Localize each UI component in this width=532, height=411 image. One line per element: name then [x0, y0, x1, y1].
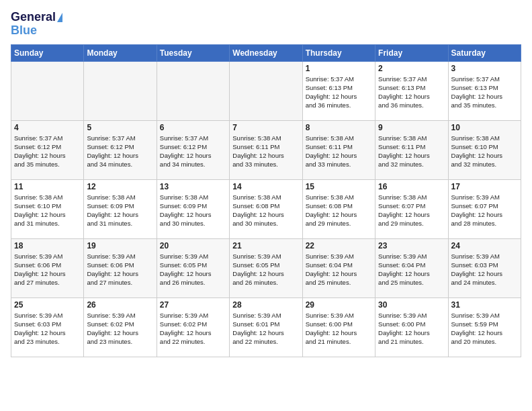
calendar-cell: 23Sunrise: 5:39 AM Sunset: 6:04 PM Dayli… — [375, 238, 448, 298]
calendar-cell — [84, 61, 157, 120]
calendar-cell: 16Sunrise: 5:38 AM Sunset: 6:07 PM Dayli… — [375, 179, 448, 238]
day-number: 21 — [232, 241, 299, 250]
calendar-cell: 19Sunrise: 5:39 AM Sunset: 6:06 PM Dayli… — [84, 238, 157, 298]
calendar-table: SundayMondayTuesdayWednesdayThursdayFrid… — [11, 44, 521, 357]
day-info: Sunrise: 5:38 AM Sunset: 6:08 PM Dayligh… — [306, 193, 372, 228]
day-info: Sunrise: 5:39 AM Sunset: 6:03 PM Dayligh… — [14, 311, 81, 347]
calendar-header-row: SundayMondayTuesdayWednesdayThursdayFrid… — [11, 44, 521, 61]
day-number: 2 — [378, 64, 445, 73]
calendar-cell: 24Sunrise: 5:39 AM Sunset: 6:03 PM Dayli… — [448, 238, 521, 298]
day-number: 29 — [306, 300, 372, 310]
day-info: Sunrise: 5:39 AM Sunset: 6:07 PM Dayligh… — [451, 193, 518, 228]
day-number: 7 — [232, 123, 299, 132]
calendar-week-row: 4Sunrise: 5:37 AM Sunset: 6:12 PM Daylig… — [11, 120, 521, 179]
logo-triangle-icon — [57, 13, 62, 22]
weekday-header-sunday: Sunday — [11, 44, 84, 61]
day-info: Sunrise: 5:38 AM Sunset: 6:07 PM Dayligh… — [378, 193, 445, 228]
calendar-cell: 29Sunrise: 5:39 AM Sunset: 6:00 PM Dayli… — [302, 298, 375, 357]
day-info: Sunrise: 5:39 AM Sunset: 6:06 PM Dayligh… — [14, 252, 81, 287]
day-number: 10 — [451, 123, 518, 132]
calendar-cell: 11Sunrise: 5:38 AM Sunset: 6:10 PM Dayli… — [11, 179, 84, 238]
day-info: Sunrise: 5:38 AM Sunset: 6:08 PM Dayligh… — [232, 193, 299, 228]
logo: General Blue — [11, 11, 62, 38]
day-number: 18 — [14, 241, 81, 250]
calendar-cell: 22Sunrise: 5:39 AM Sunset: 6:04 PM Dayli… — [302, 238, 375, 298]
day-info: Sunrise: 5:38 AM Sunset: 6:10 PM Dayligh… — [451, 134, 518, 169]
day-number: 15 — [306, 182, 372, 191]
calendar-cell: 25Sunrise: 5:39 AM Sunset: 6:03 PM Dayli… — [11, 298, 84, 357]
day-info: Sunrise: 5:39 AM Sunset: 6:04 PM Dayligh… — [378, 252, 445, 287]
calendar-week-row: 1Sunrise: 5:37 AM Sunset: 6:13 PM Daylig… — [11, 61, 521, 120]
day-info: Sunrise: 5:39 AM Sunset: 6:05 PM Dayligh… — [232, 252, 299, 287]
day-number: 28 — [232, 300, 299, 310]
day-number: 17 — [451, 182, 518, 191]
day-number: 27 — [160, 300, 226, 310]
calendar-cell: 5Sunrise: 5:37 AM Sunset: 6:12 PM Daylig… — [84, 120, 157, 179]
day-number: 14 — [232, 182, 299, 191]
day-number: 16 — [378, 182, 445, 191]
calendar-cell: 27Sunrise: 5:39 AM Sunset: 6:02 PM Dayli… — [157, 298, 229, 357]
day-info: Sunrise: 5:39 AM Sunset: 6:05 PM Dayligh… — [160, 252, 226, 287]
day-info: Sunrise: 5:38 AM Sunset: 6:10 PM Dayligh… — [14, 193, 81, 228]
calendar-cell: 31Sunrise: 5:39 AM Sunset: 5:59 PM Dayli… — [448, 298, 521, 357]
calendar-cell: 7Sunrise: 5:38 AM Sunset: 6:11 PM Daylig… — [230, 120, 302, 179]
day-info: Sunrise: 5:38 AM Sunset: 6:11 PM Dayligh… — [378, 134, 445, 169]
day-info: Sunrise: 5:39 AM Sunset: 6:00 PM Dayligh… — [378, 311, 445, 347]
calendar-cell: 30Sunrise: 5:39 AM Sunset: 6:00 PM Dayli… — [375, 298, 448, 357]
day-number: 20 — [160, 241, 226, 250]
calendar-cell: 4Sunrise: 5:37 AM Sunset: 6:12 PM Daylig… — [11, 120, 84, 179]
day-info: Sunrise: 5:37 AM Sunset: 6:12 PM Dayligh… — [14, 134, 81, 169]
calendar-cell: 9Sunrise: 5:38 AM Sunset: 6:11 PM Daylig… — [375, 120, 448, 179]
calendar-cell — [157, 61, 229, 120]
calendar-cell: 12Sunrise: 5:38 AM Sunset: 6:09 PM Dayli… — [84, 179, 157, 238]
calendar-cell: 3Sunrise: 5:37 AM Sunset: 6:13 PM Daylig… — [448, 61, 521, 120]
day-number: 25 — [14, 300, 81, 310]
calendar-cell: 1Sunrise: 5:37 AM Sunset: 6:13 PM Daylig… — [302, 61, 375, 120]
weekday-header-thursday: Thursday — [302, 44, 375, 61]
day-number: 23 — [378, 241, 445, 250]
weekday-header-wednesday: Wednesday — [230, 44, 302, 61]
day-number: 8 — [306, 123, 372, 132]
day-info: Sunrise: 5:37 AM Sunset: 6:13 PM Dayligh… — [306, 75, 372, 110]
calendar-week-row: 25Sunrise: 5:39 AM Sunset: 6:03 PM Dayli… — [11, 298, 521, 357]
day-info: Sunrise: 5:39 AM Sunset: 6:02 PM Dayligh… — [160, 311, 226, 347]
logo-text-blue: Blue — [11, 24, 37, 38]
calendar-cell: 15Sunrise: 5:38 AM Sunset: 6:08 PM Dayli… — [302, 179, 375, 238]
weekday-header-saturday: Saturday — [448, 44, 521, 61]
day-number: 26 — [87, 300, 153, 310]
day-info: Sunrise: 5:39 AM Sunset: 6:01 PM Dayligh… — [232, 311, 299, 347]
day-info: Sunrise: 5:38 AM Sunset: 6:09 PM Dayligh… — [87, 193, 153, 228]
day-info: Sunrise: 5:39 AM Sunset: 6:03 PM Dayligh… — [451, 252, 518, 287]
calendar-cell: 28Sunrise: 5:39 AM Sunset: 6:01 PM Dayli… — [230, 298, 302, 357]
day-info: Sunrise: 5:39 AM Sunset: 6:04 PM Dayligh… — [306, 252, 372, 287]
calendar-week-row: 18Sunrise: 5:39 AM Sunset: 6:06 PM Dayli… — [11, 238, 521, 298]
day-number: 9 — [378, 123, 445, 132]
day-number: 24 — [451, 241, 518, 250]
day-info: Sunrise: 5:37 AM Sunset: 6:12 PM Dayligh… — [87, 134, 153, 169]
day-number: 6 — [160, 123, 226, 132]
calendar-cell: 26Sunrise: 5:39 AM Sunset: 6:02 PM Dayli… — [84, 298, 157, 357]
day-number: 13 — [160, 182, 226, 191]
day-number: 12 — [87, 182, 153, 191]
day-number: 1 — [306, 64, 372, 73]
calendar-cell: 8Sunrise: 5:38 AM Sunset: 6:11 PM Daylig… — [302, 120, 375, 179]
day-number: 30 — [378, 300, 445, 310]
day-number: 3 — [451, 64, 518, 73]
day-number: 22 — [306, 241, 372, 250]
calendar-week-row: 11Sunrise: 5:38 AM Sunset: 6:10 PM Dayli… — [11, 179, 521, 238]
day-number: 31 — [451, 300, 518, 310]
calendar-cell: 20Sunrise: 5:39 AM Sunset: 6:05 PM Dayli… — [157, 238, 229, 298]
calendar-cell: 13Sunrise: 5:38 AM Sunset: 6:09 PM Dayli… — [157, 179, 229, 238]
day-info: Sunrise: 5:37 AM Sunset: 6:12 PM Dayligh… — [160, 134, 226, 169]
logo-text-general: General — [11, 11, 56, 24]
day-number: 4 — [14, 123, 81, 132]
day-info: Sunrise: 5:39 AM Sunset: 6:02 PM Dayligh… — [87, 311, 153, 347]
day-number: 11 — [14, 182, 81, 191]
calendar-cell — [230, 61, 302, 120]
day-number: 19 — [87, 241, 153, 250]
day-info: Sunrise: 5:39 AM Sunset: 6:06 PM Dayligh… — [87, 252, 153, 287]
calendar-cell: 18Sunrise: 5:39 AM Sunset: 6:06 PM Dayli… — [11, 238, 84, 298]
page-header: General Blue — [11, 11, 521, 38]
day-info: Sunrise: 5:39 AM Sunset: 6:00 PM Dayligh… — [306, 311, 372, 347]
day-info: Sunrise: 5:37 AM Sunset: 6:13 PM Dayligh… — [378, 75, 445, 110]
